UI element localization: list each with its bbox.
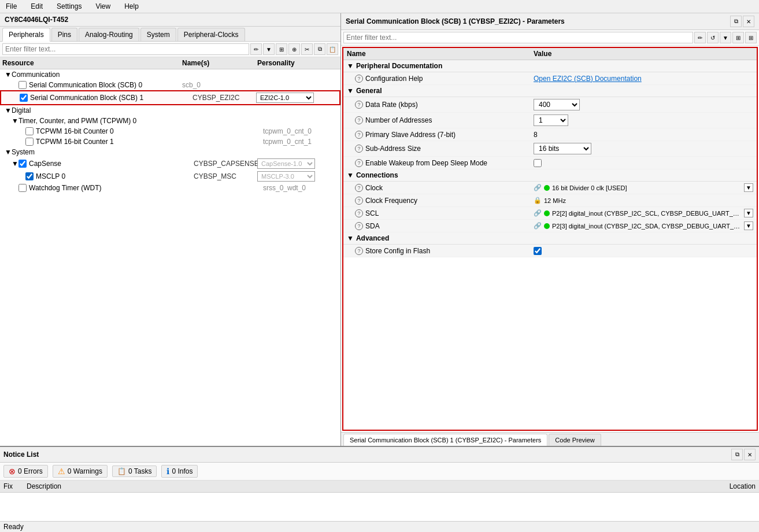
- expand-communication-icon[interactable]: ▼: [5, 71, 12, 79]
- scl-help-icon[interactable]: ?: [355, 209, 363, 217]
- config-help-icon[interactable]: ?: [355, 75, 363, 83]
- tab-pins[interactable]: Pins: [51, 28, 77, 41]
- right-refresh-btn[interactable]: ↺: [707, 32, 719, 43]
- tree-item-capsense[interactable]: ▼ CapSense CYBSP_CAPSENSE CapSense-1.0: [0, 157, 340, 170]
- slave-address-help-icon[interactable]: ?: [355, 131, 363, 139]
- sda-status-dot: [544, 223, 550, 229]
- menu-settings[interactable]: Settings: [53, 1, 85, 12]
- section-advanced-header[interactable]: ▼ Advanced: [343, 232, 757, 245]
- infos-filter-btn[interactable]: ℹ 0 Infos: [161, 465, 198, 478]
- expand-system-icon[interactable]: ▼: [5, 148, 12, 156]
- expand-tcpwm-icon[interactable]: ▼: [12, 117, 18, 125]
- sda-label: SDA: [365, 222, 380, 230]
- expand-advanced-icon[interactable]: ▼: [347, 234, 354, 242]
- bottom-tab-params[interactable]: Serial Communication Block (SCB) 1 (CYBS…: [343, 434, 547, 446]
- expand-connections-icon[interactable]: ▼: [347, 171, 354, 179]
- expand-scb0-icon: [12, 81, 18, 89]
- wakeup-help-icon[interactable]: ?: [355, 159, 363, 167]
- menu-edit[interactable]: Edit: [27, 1, 46, 12]
- right-filter-input[interactable]: [343, 32, 693, 43]
- wakeup-checkbox[interactable]: [534, 159, 542, 167]
- section-connections: ▼ Connections ? Clock 🔗 16 bit Divider 0…: [343, 169, 757, 232]
- section-communication[interactable]: ▼ Communication: [0, 69, 340, 80]
- sda-link-icon[interactable]: 🔗: [534, 222, 542, 230]
- store-config-help-icon[interactable]: ?: [355, 247, 363, 255]
- tab-peripheral-clocks[interactable]: Peripheral-Clocks: [177, 28, 245, 41]
- expand-docs-icon[interactable]: ▼: [347, 62, 354, 70]
- right-filter-btn[interactable]: ▼: [720, 32, 731, 43]
- close-right-btn[interactable]: ✕: [743, 16, 754, 27]
- clock-link-icon[interactable]: 🔗: [534, 184, 542, 192]
- section-connections-header[interactable]: ▼ Connections: [343, 169, 757, 182]
- add-btn[interactable]: ⊕: [288, 43, 300, 55]
- checkbox-scb0[interactable]: [18, 81, 27, 89]
- checkbox-scb1[interactable]: [20, 94, 28, 102]
- store-config-checkbox[interactable]: [534, 247, 542, 255]
- section-digital[interactable]: ▼ Digital: [0, 105, 340, 116]
- tree-item-tcpwm1[interactable]: TCPWM 16-bit Counter 1 tcpwm_0_cnt_1: [0, 136, 340, 147]
- cut-btn[interactable]: ✂: [301, 43, 313, 55]
- paste-btn[interactable]: 📋: [327, 43, 338, 55]
- menu-help[interactable]: Help: [121, 1, 142, 12]
- section-general-label: General: [356, 87, 382, 95]
- num-addresses-help-icon[interactable]: ?: [355, 116, 363, 124]
- filter-btn[interactable]: ▼: [263, 43, 275, 55]
- tree-item-msclp[interactable]: MSCLP 0 CYBSP_MSC MSCLP-3.0: [0, 170, 340, 183]
- section-general-header[interactable]: ▼ General: [343, 85, 757, 97]
- right-expand-btn[interactable]: ⊞: [732, 32, 744, 43]
- right-more-btn[interactable]: ⊞: [745, 32, 757, 43]
- checkbox-wdt[interactable]: [18, 184, 27, 192]
- scl-link-icon[interactable]: 🔗: [534, 209, 542, 217]
- copy-btn[interactable]: ⧉: [314, 43, 325, 55]
- tab-peripherals[interactable]: Peripherals: [2, 28, 50, 42]
- left-panel-title: CY8C4046LQI-T452: [0, 13, 340, 27]
- data-rate-value-cell: 400: [534, 99, 753, 110]
- section-peripheral-docs-header[interactable]: ▼ Peripheral Documentation: [343, 60, 757, 72]
- notice-close-btn[interactable]: ✕: [744, 449, 756, 460]
- sda-help-icon[interactable]: ?: [355, 222, 363, 230]
- menu-view[interactable]: View: [92, 1, 114, 12]
- checkbox-capsense[interactable]: [18, 160, 27, 168]
- checkbox-tcpwm1[interactable]: [25, 138, 34, 146]
- warnings-filter-btn[interactable]: ⚠ 0 Warnings: [53, 465, 108, 478]
- msclp-personality-select[interactable]: MSCLP-3.0: [257, 171, 315, 182]
- menu-file[interactable]: File: [2, 1, 20, 12]
- section-system[interactable]: ▼ System: [0, 147, 340, 157]
- data-rate-help-icon[interactable]: ?: [355, 101, 363, 109]
- param-clock: ? Clock 🔗 16 bit Divider 0 clk [USED] ▼: [343, 182, 757, 194]
- filter-edit-btn[interactable]: ✏: [250, 43, 262, 55]
- left-filter-input[interactable]: [2, 43, 249, 55]
- tree-item-scb1[interactable]: Serial Communication Block (SCB) 1 CYBSP…: [0, 90, 340, 105]
- checkbox-msclp[interactable]: [25, 172, 34, 180]
- tab-analog-routing[interactable]: Analog-Routing: [79, 28, 139, 41]
- scb1-personality-select[interactable]: EZI2C-1.0: [256, 93, 314, 103]
- capsense-personality-select[interactable]: CapSense-1.0: [257, 158, 315, 169]
- expand-all-btn[interactable]: ⊞: [276, 43, 287, 55]
- tab-system[interactable]: System: [140, 28, 176, 41]
- expand-capsense-icon[interactable]: ▼: [12, 160, 18, 168]
- subsection-tcpwm[interactable]: ▼ Timer, Counter, and PWM (TCPWM) 0: [0, 116, 340, 126]
- tasks-filter-btn[interactable]: 📋 0 Tasks: [112, 466, 157, 477]
- scl-dropdown-btn[interactable]: ▼: [744, 209, 753, 217]
- sda-dropdown-btn[interactable]: ▼: [744, 221, 753, 230]
- num-addresses-dropdown[interactable]: 1: [534, 114, 568, 126]
- right-filter-edit-btn[interactable]: ✏: [694, 32, 706, 43]
- config-help-link[interactable]: Open EZI2C (SCB) Documentation: [534, 75, 642, 83]
- clock-freq-help-icon[interactable]: ?: [355, 197, 363, 205]
- sub-address-help-icon[interactable]: ?: [355, 145, 363, 153]
- checkbox-tcpwm0[interactable]: [25, 127, 34, 135]
- tree-item-scb0[interactable]: Serial Communication Block (SCB) 0 scb_0: [0, 80, 340, 90]
- expand-general-icon[interactable]: ▼: [347, 87, 354, 95]
- data-rate-dropdown[interactable]: 400: [534, 99, 580, 110]
- clock-help-icon[interactable]: ?: [355, 184, 363, 192]
- expand-digital-icon[interactable]: ▼: [5, 106, 12, 114]
- slave-address-label: Primary Slave Address (7-bit): [365, 131, 456, 139]
- tree-item-wdt[interactable]: Watchdog Timer (WDT) srss_0_wdt_0: [0, 183, 340, 193]
- clock-dropdown-btn[interactable]: ▼: [744, 183, 753, 192]
- restore-btn[interactable]: ⧉: [730, 16, 742, 27]
- bottom-tab-code-preview[interactable]: Code Preview: [549, 434, 601, 446]
- errors-filter-btn[interactable]: ⊗ 0 Errors: [3, 465, 48, 478]
- sub-address-dropdown[interactable]: 16 bits: [534, 143, 591, 154]
- tree-item-tcpwm0[interactable]: TCPWM 16-bit Counter 0 tcpwm_0_cnt_0: [0, 126, 340, 136]
- notice-restore-btn[interactable]: ⧉: [731, 449, 743, 460]
